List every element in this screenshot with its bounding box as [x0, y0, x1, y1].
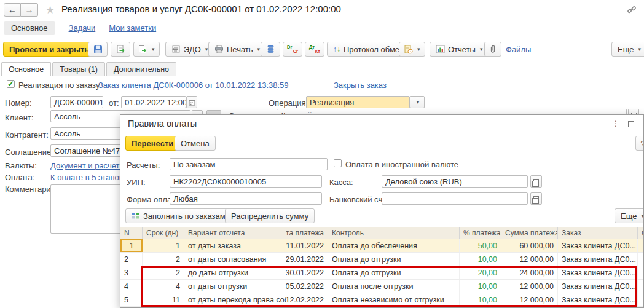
- maximize-icon[interactable]: [628, 121, 634, 127]
- column-header-extra[interactable]: С: [638, 227, 644, 239]
- table-row[interactable]: 4 4 от даты отгрузки 05.02.2022 Оплата п…: [120, 280, 644, 293]
- cell-variant: от даты отгрузки: [184, 280, 286, 293]
- toolbar-more-button[interactable]: Еще ▾: [611, 42, 644, 57]
- permalink-icon[interactable]: [627, 5, 637, 15]
- by-order-checkbox[interactable]: ✓: [7, 80, 15, 88]
- bank-account-field[interactable]: [382, 192, 528, 205]
- dropdown-arrow-icon: ▾: [641, 213, 644, 219]
- help-button[interactable]: ?: [635, 136, 644, 151]
- dropdown-arrow-icon: ▾: [638, 46, 641, 52]
- cell-days: 11: [143, 293, 184, 306]
- payment-form-field[interactable]: Любая: [170, 192, 322, 205]
- foreign-currency-checkbox[interactable]: [334, 159, 342, 167]
- post-and-close-button[interactable]: Провести и закрыть: [3, 42, 95, 57]
- cashbox-lookup-button[interactable]: [530, 175, 542, 188]
- cell-variant: до даты отгрузки: [184, 266, 286, 279]
- dropdown-arrow-icon: ▾: [480, 46, 483, 52]
- cancel-button[interactable]: Отмена: [175, 136, 216, 151]
- operation-label: Операция:: [269, 98, 308, 108]
- cashbox-field[interactable]: Деловой союз (RUB): [382, 175, 528, 188]
- print-button[interactable]: Печать ▾: [208, 42, 266, 57]
- create-based-on-button[interactable]: ▾: [133, 42, 160, 57]
- cell-extra: [638, 293, 644, 306]
- nav-tab-notes[interactable]: Мои заметки: [109, 23, 156, 33]
- dialog-menu-icon[interactable]: ⋮: [612, 119, 619, 128]
- cell-order: Заказ клиента ДС0...: [558, 253, 638, 266]
- save-button[interactable]: [88, 42, 108, 57]
- column-header-order[interactable]: Заказ: [558, 227, 638, 239]
- forward-button[interactable]: →: [21, 3, 38, 17]
- transfer-button[interactable]: Перенести: [125, 136, 179, 151]
- post-document-button[interactable]: [111, 42, 130, 57]
- operation-field[interactable]: Реализация: [306, 96, 410, 108]
- dropdown-arrow-icon: ▾: [417, 46, 420, 52]
- table-row[interactable]: 1 1 от даты заказа 11.01.2022 Оплата до …: [120, 239, 644, 253]
- cell-amount: 12 000,00: [501, 280, 558, 293]
- cell-date: 12.02.2022: [286, 293, 328, 306]
- column-header-percent[interactable]: % платежа: [460, 227, 501, 239]
- cell-amount: 24 000,00: [501, 266, 558, 279]
- settlements-field[interactable]: По заказам: [170, 158, 328, 170]
- edo-button[interactable]: ЭДО ▾: [165, 42, 214, 57]
- table-row[interactable]: 2 2 от даты согласования 29.01.2022 Опла…: [120, 253, 644, 266]
- customer-order-link[interactable]: Заказ клиента ДС0К-000006 от 10.01.2022 …: [98, 81, 289, 90]
- cell-extra: [638, 253, 644, 266]
- dropdown-arrow-icon: ▾: [152, 46, 155, 52]
- cell-days: 2: [143, 266, 184, 279]
- distribute-amount-button[interactable]: Распределить сумму: [225, 208, 315, 223]
- cell-amount: 12 000,00: [501, 293, 558, 306]
- uip-field[interactable]: НК2202ДС0К0000010005: [170, 175, 322, 188]
- tab-main[interactable]: Основное: [1, 62, 51, 76]
- scheduled-tasks-button[interactable]: ▾: [399, 42, 425, 57]
- copy-document-icon: [138, 45, 147, 54]
- dialog-more-button[interactable]: Еще ▾: [615, 208, 644, 223]
- fill-by-orders-button[interactable]: Заполнить по заказам: [125, 208, 232, 223]
- payment-stages-link[interactable]: К оплате в 5 этапов: [50, 173, 124, 182]
- nav-tab-tasks[interactable]: Задачи: [69, 23, 96, 33]
- column-header-control[interactable]: Контроль: [328, 227, 460, 239]
- report-chart-icon: [436, 45, 445, 53]
- document-clock-icon: [404, 45, 413, 54]
- command-bar: Провести и закрыть ▾ ЭДО ▾ Печать ▾ DrCr: [3, 42, 642, 58]
- dialog-title: Правила оплаты: [128, 119, 197, 128]
- number-field[interactable]: ДС0К-000001: [50, 96, 103, 108]
- nav-tab-main[interactable]: Основное: [4, 21, 55, 35]
- currencies-link[interactable]: Документ и расчеты:: [50, 161, 127, 170]
- dt-kt-button[interactable]: ДтКт: [305, 42, 324, 57]
- attachments-button[interactable]: [484, 42, 501, 57]
- calendar-button[interactable]: [186, 96, 197, 108]
- cell-control: Оплата после отгрузки: [328, 280, 460, 293]
- column-header-days[interactable]: Срок (дн): [143, 227, 184, 239]
- currencies-label: Валюты:: [5, 161, 37, 170]
- column-header-amount[interactable]: Сумма платежа: [501, 227, 558, 239]
- table-row[interactable]: 5 11 от даты перехода права собст... 12.…: [120, 293, 644, 307]
- tab-additional[interactable]: Дополнительно: [106, 62, 176, 76]
- cell-amount: 12 000,00: [501, 253, 558, 266]
- register-records-button[interactable]: [261, 42, 280, 57]
- bank-account-lookup-button[interactable]: [530, 192, 542, 205]
- back-button[interactable]: ←: [4, 3, 21, 17]
- cell-order: Заказ клиента ДС0...: [558, 280, 638, 293]
- operation-dropdown-button[interactable]: ▾: [410, 96, 425, 108]
- column-header-date[interactable]: Дата платежа: [286, 227, 328, 239]
- dr-cr-button[interactable]: DrCr: [283, 42, 302, 57]
- tab-goods[interactable]: Товары (1): [52, 62, 105, 76]
- cashbox-label: Касса:: [329, 178, 353, 187]
- cell-control: Оплата до отгрузки: [328, 266, 460, 279]
- reports-label: Отчеты: [448, 45, 476, 54]
- close-order-link[interactable]: Закрыть заказ: [334, 81, 387, 90]
- cell-days: 4: [143, 280, 184, 293]
- date-field[interactable]: 01.02.2022 12:00:00: [121, 96, 186, 108]
- settlements-label: Расчеты:: [127, 160, 160, 170]
- back-arrow-icon: ←: [8, 5, 17, 15]
- dt-kt-icon: ДтКт: [309, 44, 320, 54]
- column-header-n[interactable]: N: [120, 227, 143, 239]
- cell-percent: 20,00: [460, 266, 501, 279]
- column-header-variant[interactable]: Вариант отсчета: [184, 227, 286, 239]
- favorite-star-icon[interactable]: ★: [45, 4, 55, 17]
- files-link[interactable]: Файлы: [506, 45, 531, 54]
- cell-n: 5: [120, 293, 143, 306]
- tabs-divider: [0, 76, 644, 76]
- reports-button[interactable]: Отчеты ▾: [430, 42, 489, 57]
- table-row[interactable]: 3 2 до даты отгрузки 30.01.2022 Оплата д…: [120, 266, 644, 280]
